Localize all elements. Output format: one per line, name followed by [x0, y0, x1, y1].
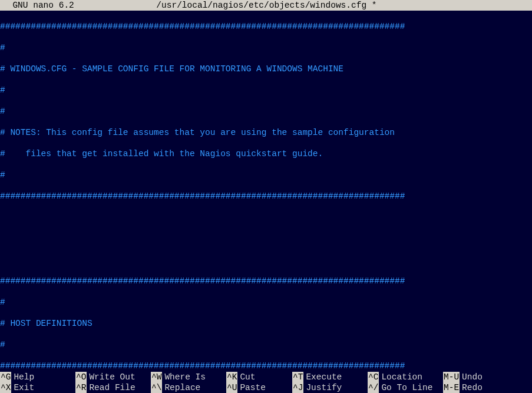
shortcut-bar: ^GHelp ^OWrite Out ^WWhere Is ^KCut ^TEx… — [0, 372, 532, 393]
comment-line: # — [0, 42, 532, 53]
shortcut-readfile[interactable]: ^RRead File — [75, 382, 151, 393]
comment-line: ########################################… — [0, 361, 532, 371]
shortcut-cut[interactable]: ^KCut — [226, 372, 292, 382]
comment-line: # NOTES: This config file assumes that y… — [0, 127, 532, 138]
comment-line: # — [0, 339, 532, 350]
shortcut-whereis[interactable]: ^WWhere Is — [151, 372, 226, 382]
shortcut-help[interactable]: ^GHelp — [0, 372, 75, 382]
comment-line: # — [0, 297, 532, 308]
comment-line: # files that get installed with the Nagi… — [0, 148, 532, 159]
blank-line — [0, 212, 532, 223]
file-path: /usr/local/nagios/etc/objects/windows.cf… — [74, 0, 459, 11]
comment-line: # — [0, 85, 532, 95]
shortcut-location[interactable]: ^CLocation — [368, 372, 443, 382]
comment-line: # HOST DEFINITIONS — [0, 318, 532, 329]
comment-line: # WINDOWS.CFG - SAMPLE CONFIG FILE FOR M… — [0, 64, 532, 74]
comment-line: ########################################… — [0, 191, 532, 202]
comment-line: ########################################… — [0, 21, 532, 32]
shortcut-paste[interactable]: ^UPaste — [226, 382, 292, 393]
shortcut-gotoline[interactable]: ^/Go To Line — [368, 382, 443, 393]
shortcut-row: ^GHelp ^OWrite Out ^WWhere Is ^KCut ^TEx… — [0, 372, 532, 382]
editor-viewport[interactable]: ########################################… — [0, 11, 532, 393]
shortcut-exit[interactable]: ^XExit — [0, 382, 75, 393]
shortcut-writeout[interactable]: ^OWrite Out — [75, 372, 151, 382]
titlebar: GNU nano 6.2 /usr/local/nagios/etc/objec… — [0, 0, 532, 11]
shortcut-execute[interactable]: ^TExecute — [292, 372, 368, 382]
blank-line — [0, 255, 532, 265]
shortcut-redo[interactable]: M-ERedo — [443, 382, 518, 393]
shortcut-replace[interactable]: ^\Replace — [151, 382, 226, 393]
comment-line: # — [0, 106, 532, 117]
shortcut-row: ^XExit ^RRead File ^\Replace ^UPaste ^JJ… — [0, 382, 532, 393]
shortcut-justify[interactable]: ^JJustify — [292, 382, 368, 393]
comment-line: ########################################… — [0, 276, 532, 286]
comment-line: # — [0, 170, 532, 180]
shortcut-undo[interactable]: M-UUndo — [443, 372, 518, 382]
blank-line — [0, 233, 532, 244]
app-name: GNU nano 6.2 — [2, 0, 74, 11]
